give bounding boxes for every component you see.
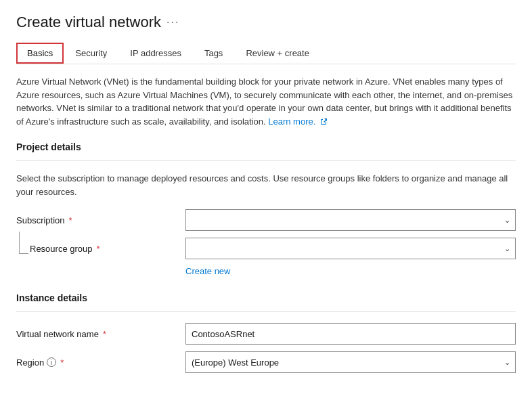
vnet-name-field (185, 323, 516, 345)
vnet-name-required-marker: * (103, 329, 106, 339)
region-field: (Europe) West Europe ⌄ (185, 351, 516, 373)
subscription-row: Subscription * ⌄ (16, 209, 516, 231)
tab-tags[interactable]: Tags (193, 42, 234, 64)
resource-group-dropdown-wrapper: ⌄ (185, 238, 516, 259)
subscription-dropdown-wrapper: ⌄ (185, 209, 516, 231)
resource-group-field: ⌄ (185, 238, 516, 259)
external-link-icon (319, 118, 328, 126)
tab-bar: Basics Security IP addresses Tags Review… (16, 42, 516, 64)
subscription-field: ⌄ (185, 209, 516, 231)
instance-section-divider (16, 311, 516, 312)
page-header: Create virtual network ··· (16, 14, 516, 31)
subscription-required-marker: * (69, 215, 72, 225)
project-details-section: Project details Select the subscription … (16, 141, 516, 276)
vnet-name-row: Virtual network name * (16, 323, 516, 345)
instance-details-section: Instance details Virtual network name * … (16, 292, 516, 373)
region-label: Region i * (16, 357, 185, 368)
more-options-icon[interactable]: ··· (167, 16, 179, 28)
project-details-title: Project details (16, 141, 516, 155)
instance-details-title: Instance details (16, 292, 516, 306)
page-title: Create virtual network (16, 14, 161, 31)
resource-group-required-marker: * (97, 244, 100, 254)
learn-more-link[interactable]: Learn more. (268, 116, 328, 127)
subscription-dropdown[interactable] (185, 209, 516, 231)
tab-security[interactable]: Security (64, 42, 118, 64)
region-dropdown-wrapper: (Europe) West Europe ⌄ (185, 351, 516, 373)
resource-group-dropdown[interactable] (185, 238, 516, 259)
create-new-link[interactable]: Create new (185, 266, 230, 276)
tab-basics[interactable]: Basics (16, 43, 64, 64)
region-dropdown[interactable]: (Europe) West Europe (185, 351, 516, 373)
tab-ip-addresses[interactable]: IP addresses (118, 42, 193, 64)
region-info-icon[interactable]: i (47, 357, 56, 367)
description-block: Azure Virtual Network (VNet) is the fund… (16, 75, 516, 128)
region-required-marker: * (60, 357, 64, 368)
project-details-description: Select the subscription to manage deploy… (16, 172, 516, 198)
tab-review-create[interactable]: Review + create (234, 42, 321, 64)
resource-group-row: Resource group * ⌄ (16, 238, 516, 259)
vnet-name-input[interactable] (185, 323, 516, 345)
resource-group-label: Resource group * (16, 244, 185, 254)
section-divider (16, 160, 516, 161)
region-row: Region i * (Europe) West Europe ⌄ (16, 351, 516, 373)
subscription-label: Subscription * (16, 215, 185, 225)
vnet-name-label: Virtual network name * (16, 329, 185, 339)
description-text: Azure Virtual Network (VNet) is the fund… (16, 75, 516, 128)
